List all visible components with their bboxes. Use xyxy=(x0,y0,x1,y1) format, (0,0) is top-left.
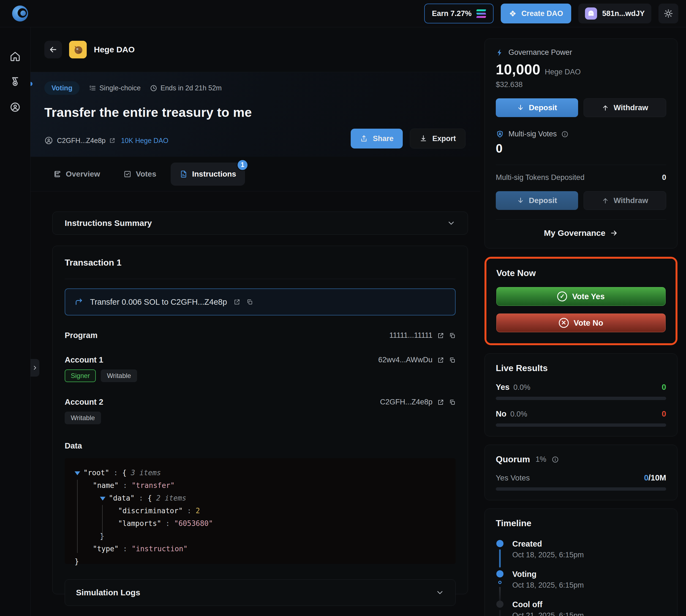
yes-progress-bar xyxy=(496,397,666,400)
back-button[interactable] xyxy=(44,41,62,59)
earn-button[interactable]: Earn 7.27% xyxy=(424,4,494,23)
timeline-event-created: Created Oct 18, 2025, 6:15pm xyxy=(512,540,666,559)
proposal-badges: Voting Single-choice Ends in 2d 21h 52m xyxy=(44,81,222,95)
governance-amount: 10,000 xyxy=(496,61,540,78)
choice-type: Single-choice xyxy=(89,84,141,92)
vote-now-highlight: Vote Now ✓ Vote Yes ✕ Vote No xyxy=(484,257,678,345)
info-icon[interactable] xyxy=(552,456,559,463)
simulation-logs-accordion[interactable]: Simulation Logs xyxy=(65,579,456,606)
json-line: } xyxy=(75,530,446,543)
timeline-title: Timeline xyxy=(496,518,666,528)
yes-votes-label: Yes Votes xyxy=(496,474,530,482)
wallet-button[interactable]: 581n...wdJY xyxy=(578,4,651,23)
divider xyxy=(65,279,456,279)
indent-guide xyxy=(102,505,103,540)
my-governance-link[interactable]: My Governance xyxy=(496,220,666,239)
yes-count: 0 xyxy=(662,383,666,392)
copy-icon[interactable] xyxy=(246,299,253,305)
copy-icon[interactable] xyxy=(449,399,456,405)
external-link-icon[interactable] xyxy=(234,299,240,305)
yes-result-row: Yes 0.0% 0 xyxy=(496,383,666,392)
simulation-logs-title: Simulation Logs xyxy=(76,588,140,597)
clock-icon xyxy=(150,85,157,92)
json-line: "root" : { 3 items xyxy=(75,466,446,479)
back-arrow-icon xyxy=(48,45,58,54)
json-line: "discriminator" : 2 xyxy=(75,504,446,517)
transfer-links xyxy=(234,299,253,305)
indent-guide xyxy=(77,480,77,553)
theme-toggle-button[interactable] xyxy=(659,4,678,23)
external-link-icon[interactable] xyxy=(109,137,115,144)
export-label: Export xyxy=(432,134,456,143)
dao-name: Hege DAO xyxy=(94,45,135,54)
vote-yes-button[interactable]: ✓ Vote Yes xyxy=(496,287,666,306)
tab-overview-label: Overview xyxy=(66,170,100,178)
data-label: Data xyxy=(65,441,456,450)
file-code-icon xyxy=(180,170,188,178)
transaction-card: Transaction 1 Transfer 0.006 SOL to C2GF… xyxy=(52,246,468,594)
app-logo-icon[interactable] xyxy=(12,5,28,21)
json-line: "type" : "instruction" xyxy=(75,543,446,555)
external-link-icon[interactable] xyxy=(437,357,444,364)
ends-in-label: Ends in 2d 21h 52m xyxy=(160,84,222,92)
copy-icon[interactable] xyxy=(449,332,456,339)
quorum-target: /10M xyxy=(648,473,666,482)
tab-votes[interactable]: Votes xyxy=(115,162,165,186)
download-icon xyxy=(419,135,427,142)
timeline-connector xyxy=(499,587,501,601)
writable-tag: Writable xyxy=(101,370,137,382)
timeline-event-voting: Voting Oct 18, 2025, 6:15pm xyxy=(512,570,666,590)
scroll-icon xyxy=(53,170,61,178)
home-icon[interactable] xyxy=(9,51,21,62)
external-link-icon[interactable] xyxy=(437,332,444,339)
rewards-medal-icon[interactable] xyxy=(9,76,21,87)
collapse-toggle-icon[interactable] xyxy=(75,471,80,475)
create-dao-button[interactable]: ❖ Create DAO xyxy=(501,4,571,23)
profile-icon[interactable] xyxy=(9,102,21,113)
copy-icon[interactable] xyxy=(449,357,456,364)
status-badge: Voting xyxy=(44,81,79,95)
account2-tags: Writable xyxy=(65,412,456,424)
multisig-withdraw-button[interactable]: Withdraw xyxy=(584,191,666,210)
external-link-icon[interactable] xyxy=(437,399,444,405)
app: Earn 7.27% ❖ Create DAO 581n...wdJY xyxy=(0,0,686,616)
live-results-card: Live Results Yes 0.0% 0 No 0.0% 0 xyxy=(484,353,678,436)
vote-now-card: Vote Now ✓ Vote Yes ✕ Vote No xyxy=(486,259,676,343)
deposit-button[interactable]: Deposit xyxy=(496,98,578,117)
no-result-row: No 0.0% 0 xyxy=(496,410,666,418)
governance-token: Hege DAO xyxy=(545,68,581,76)
arrow-down-icon xyxy=(517,104,524,112)
transfer-text: Transfer 0.006 SOL to C2GFH...Z4e8p xyxy=(90,298,227,307)
sidebar-expand-button[interactable] xyxy=(30,359,39,377)
export-button[interactable]: Export xyxy=(410,129,465,149)
json-line: "data" : { 2 items xyxy=(75,492,446,504)
multisig-tokens-label: Multi-sig Tokens Deposited xyxy=(496,173,585,182)
collapse-toggle-icon[interactable] xyxy=(100,497,106,501)
multisig-tokens-value: 0 xyxy=(662,173,666,182)
proposal-tabs: Overview Votes Instructions 1 xyxy=(30,157,480,192)
list-icon xyxy=(89,85,96,92)
multisig-votes-value: 0 xyxy=(496,141,666,155)
chevron-down-icon xyxy=(435,588,444,597)
proposal-actions: Share Export xyxy=(351,129,465,149)
program-label: Program xyxy=(65,331,97,340)
info-icon[interactable] xyxy=(561,131,569,138)
author-stake-link[interactable]: 10K Hege DAO xyxy=(121,137,168,145)
multisig-buttons: Deposit Withdraw xyxy=(496,191,666,210)
withdraw-button[interactable]: Withdraw xyxy=(584,98,666,117)
timeline-event-cooloff: Cool off Oct 21, 2025, 6:15pm xyxy=(512,600,666,616)
arrow-right-icon xyxy=(610,229,618,237)
transfer-summary-box: Transfer 0.006 SOL to C2GFH...Z4e8p xyxy=(65,288,456,315)
tab-overview[interactable]: Overview xyxy=(44,162,109,186)
share-label: Share xyxy=(373,134,393,143)
instructions-summary-accordion[interactable]: Instructions Summary xyxy=(52,212,468,235)
tab-instructions[interactable]: Instructions 1 xyxy=(171,162,245,186)
share-button[interactable]: Share xyxy=(351,129,403,149)
check-square-icon xyxy=(123,170,132,178)
author-address[interactable]: C2GFH...Z4e8p xyxy=(57,137,106,145)
no-progress-bar xyxy=(496,423,666,427)
multisig-votes-header: Multi-sig Votes xyxy=(496,130,666,138)
create-dao-label: Create DAO xyxy=(521,9,563,18)
multisig-deposit-button[interactable]: Deposit xyxy=(496,191,578,210)
vote-no-button[interactable]: ✕ Vote No xyxy=(496,313,666,332)
